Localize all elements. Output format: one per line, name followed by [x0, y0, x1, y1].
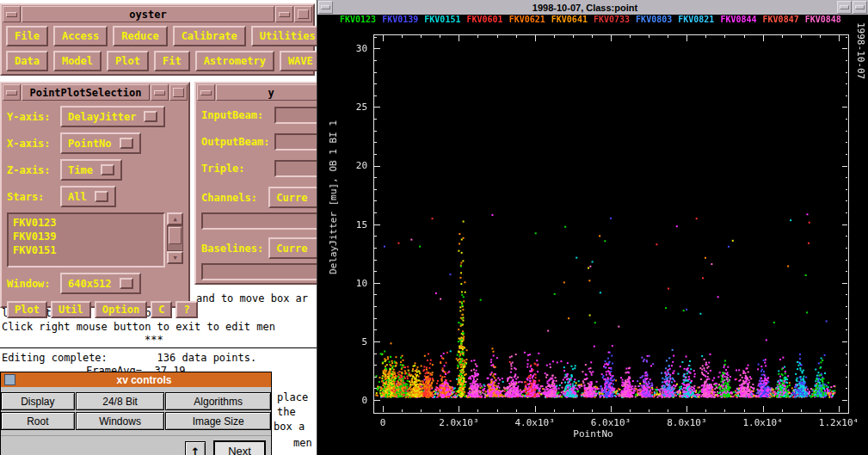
menu-astrometry[interactable]: Astrometry: [195, 51, 274, 71]
star-list-item[interactable]: FKV0139: [13, 230, 159, 243]
xv-algorithms-button[interactable]: Algorithms: [165, 392, 271, 410]
maximize-button[interactable]: [853, 1, 867, 14]
maximize-button[interactable]: [169, 84, 188, 101]
inputbeam-label: InputBeam:: [201, 109, 269, 121]
menu-file[interactable]: File: [6, 26, 48, 46]
menu-wave[interactable]: WAVE: [280, 51, 322, 71]
baselines-label: Baselines:: [201, 243, 263, 255]
stars-value: All: [68, 191, 87, 203]
menu-calibrate[interactable]: Calibrate: [173, 26, 246, 46]
x-axis-dropdown[interactable]: PointNo: [60, 132, 141, 154]
xv-imagesize-button[interactable]: Image Size: [165, 412, 271, 430]
window-menu-button[interactable]: [3, 84, 21, 101]
legend-item: FKV0821: [678, 15, 714, 24]
x-axis-title: PointNo: [317, 428, 868, 440]
window-size-dropdown[interactable]: 640x512: [60, 273, 141, 294]
menu-utilities[interactable]: Utilities: [251, 26, 324, 46]
legend-item: FKV0601: [466, 15, 502, 24]
maximize-button[interactable]: [294, 6, 312, 22]
legend-item: FKV0641: [551, 15, 588, 24]
y-axis-value: DelayJitter: [68, 111, 136, 123]
scatter-plot-canvas: [317, 13, 868, 455]
legend-item: FKV0123: [340, 15, 376, 24]
baselines-value: Curre: [276, 243, 307, 255]
minimize-button[interactable]: [275, 6, 293, 22]
legend-item: FKV0621: [509, 15, 545, 24]
oyster-main-window: oyster File Access Reduce Calibrate Util…: [0, 3, 315, 76]
menu-fit[interactable]: Fit: [154, 51, 190, 71]
menu-reduce[interactable]: Reduce: [113, 26, 167, 46]
legend-item: FKV0151: [424, 15, 460, 24]
menu-model[interactable]: Model: [53, 51, 102, 71]
window-title: oyster: [22, 6, 274, 22]
terminal-line: and to move box ar: [196, 292, 308, 304]
option-menu-indicator: [101, 164, 114, 175]
stars-label: Stars:: [7, 191, 60, 203]
legend-item: FKV0844: [720, 15, 756, 24]
legend-item: FKV0139: [382, 15, 418, 24]
star-list-item[interactable]: FKV0151: [13, 243, 159, 257]
util-button[interactable]: Util: [51, 301, 91, 318]
pps-titlebar[interactable]: PointPlotSelection: [2, 83, 188, 101]
xv-controls-window: xv controls Display 24/8 Bit Algorithms …: [0, 372, 272, 455]
up-arrow-icon[interactable]: ↑: [185, 441, 206, 455]
desktop: and to move box ar left button to fix th…: [0, 0, 868, 455]
pgplot-window: 1998-10-07, Class:point FKV0123FKV0139FK…: [317, 0, 868, 455]
xv-bit-button[interactable]: 24/8 Bit: [76, 392, 165, 410]
window-menu-button[interactable]: [3, 6, 21, 22]
xv-windows-button[interactable]: Windows: [76, 412, 165, 430]
scroll-down-icon[interactable]: ▼: [167, 251, 183, 264]
plot-date-label: 1998-10-07: [855, 22, 866, 79]
window-size-label: Window:: [7, 278, 60, 290]
z-axis-label: Z-axis:: [7, 164, 60, 176]
menu-plot[interactable]: Plot: [107, 51, 149, 71]
z-axis-dropdown[interactable]: Time: [60, 159, 122, 181]
stars-dropdown[interactable]: All: [60, 186, 116, 207]
option-menu-indicator: [120, 138, 133, 149]
next-button[interactable]: Next: [213, 440, 266, 455]
scrollbar-trough[interactable]: [167, 225, 183, 251]
option-button[interactable]: Option: [95, 301, 147, 318]
option-menu-indicator: [120, 278, 133, 289]
c-button[interactable]: C: [151, 301, 172, 318]
x-axis-value: PointNo: [68, 138, 112, 150]
window-menu-button[interactable]: [197, 84, 215, 101]
option-menu-indicator: [95, 191, 108, 202]
xv-titlebar[interactable]: xv controls: [1, 372, 271, 387]
minimize-button[interactable]: [151, 84, 169, 101]
plot-button[interactable]: Plot: [7, 301, 47, 318]
window-title: xv controls: [21, 374, 268, 386]
y-axis-dropdown[interactable]: DelayJitter: [60, 106, 165, 127]
help-button[interactable]: ?: [175, 301, 197, 318]
terminal-fragment: men: [293, 437, 312, 449]
outputbeam-label: OutputBeam:: [201, 136, 269, 148]
xv-display-button[interactable]: Display: [1, 392, 75, 410]
oyster-titlebar[interactable]: oyster: [2, 5, 313, 23]
y-axis-title: DelayJitter [mu], OB 1 BI 1: [328, 120, 339, 274]
triple-label: Triple:: [201, 163, 269, 175]
star-listbox[interactable]: FKV0123 FKV0139 FKV0151: [7, 212, 165, 267]
window-size-value: 640x512: [68, 278, 112, 290]
terminal-line: Editing complete: 136 data points.: [2, 352, 256, 364]
window-title: 1998-10-07, Class:point: [334, 1, 836, 14]
star-list-item[interactable]: FKV0123: [13, 216, 159, 230]
scrollbar-thumb[interactable]: [169, 227, 182, 244]
terminal-fragment: place: [277, 391, 308, 403]
option-menu-indicator: [144, 111, 157, 122]
menu-data[interactable]: Data: [6, 51, 48, 71]
channels-value: Curre: [276, 192, 307, 204]
z-axis-value: Time: [68, 164, 93, 176]
terminal-fragment: box a: [274, 421, 305, 433]
menu-access[interactable]: Access: [53, 26, 108, 46]
legend-item: FKV0848: [805, 15, 841, 24]
minimize-button[interactable]: [837, 1, 852, 14]
star-list-scrollbar[interactable]: ▲ ▼: [167, 212, 183, 264]
point-plot-selection-window: PointPlotSelection Y-axis: DelayJitter X…: [0, 82, 190, 308]
legend-item: FKV0733: [594, 15, 630, 24]
terminal-line: Click right mouse button to exit to edit…: [2, 321, 275, 333]
scroll-up-icon[interactable]: ▲: [167, 212, 183, 225]
window-menu-button[interactable]: [318, 1, 333, 14]
window-title: y: [216, 84, 326, 101]
xv-root-button[interactable]: Root: [1, 412, 75, 430]
y-axis-label: Y-axis:: [7, 111, 60, 123]
